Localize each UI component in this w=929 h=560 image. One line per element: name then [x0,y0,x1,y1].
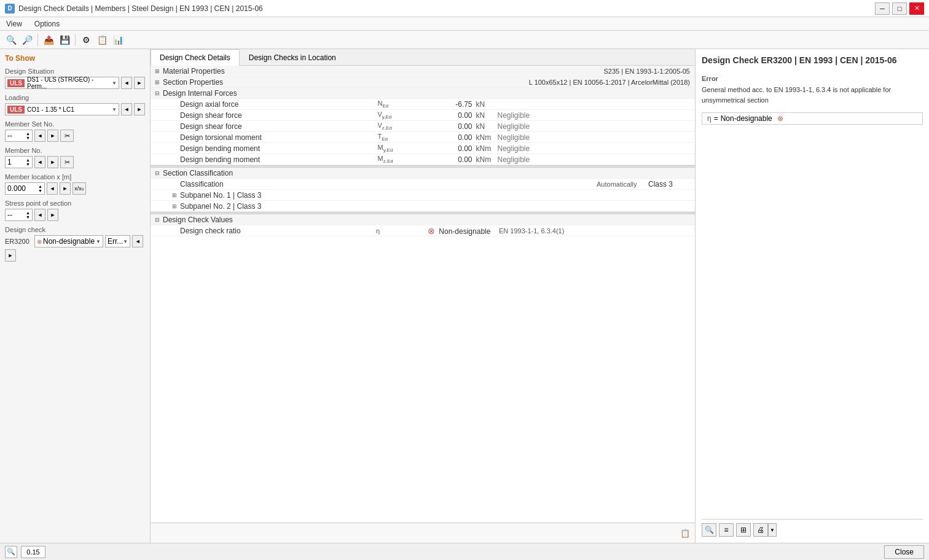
equals-symbol: = [714,114,718,123]
mn-lock-button[interactable]: ✂ [60,156,74,168]
mn-next-button[interactable]: ► [47,156,58,168]
section-expand-icon[interactable]: ⊞ [153,79,162,85]
member-no-up-icon[interactable]: ▲ [26,158,30,162]
member-set-spinbox[interactable]: -- ▲ ▼ [5,130,33,142]
ms-next-button[interactable]: ► [47,130,58,142]
loc-prev-button[interactable]: ◄ [47,182,58,195]
menu-view[interactable]: View [4,18,25,29]
dc-prev-button[interactable]: ◄ [132,235,143,247]
loc-lock-button[interactable]: x/x₀ [73,182,86,195]
menu-options[interactable]: Options [32,18,62,29]
dc-next-button[interactable]: ► [5,249,16,262]
dcv-expand-icon[interactable]: ⊟ [153,217,162,223]
loading-down-icon: ▼ [112,107,117,112]
ds-prev-button[interactable]: ◄ [121,77,132,89]
loc-next-button[interactable]: ► [60,182,71,195]
error-label: Error [702,75,923,82]
design-situation-value: DS1 - ULS (STR/GEO) - Perm... [27,76,112,90]
toolbar-btn-4[interactable]: 💾 [57,33,72,47]
loading-combo[interactable]: ULS CO1 - 1.35 * LC1 ▼ [5,103,119,115]
loc-down-icon[interactable]: ▼ [38,189,42,193]
ms-prev-button[interactable]: ◄ [34,130,45,142]
right-grid-button[interactable]: ⊞ [736,523,751,537]
bending-my-unit: kNm [476,144,498,153]
toolbar-btn-1[interactable]: 🔍 [4,33,18,47]
subpanel2-label: Subpanel No. 2 | Class 3 [179,202,695,211]
center-bottom-toolbar: 📋 [151,523,695,543]
design-situation-label: Design Situation [5,68,145,75]
sp-next-button[interactable]: ► [47,209,58,221]
right-print-dropdown[interactable]: ▼ [768,523,777,537]
right-list-button[interactable]: ≡ [719,523,734,537]
torsion-note: Negligible [498,133,696,142]
design-situation-combo[interactable]: ULS DS1 - ULS (STR/GEO) - Perm... ▼ [5,77,119,89]
bending-mz-label: Design bending moment [179,155,378,164]
shear-vy-value: 0.00 [427,111,476,120]
subpanel1-label: Subpanel No. 1 | Class 3 [179,191,695,200]
sp-down-icon[interactable]: ▼ [26,215,30,219]
material-properties-row: ⊞ Material Properties S235 | EN 1993-1-1… [151,66,695,77]
torsion-unit: kNm [476,133,498,142]
bending-my-value: 0.00 [427,144,476,153]
internal-forces-expand-icon[interactable]: ⊟ [153,90,162,96]
toolbar-btn-3[interactable]: 📤 [41,33,56,47]
toolbar-btn-6[interactable]: 📋 [95,33,109,47]
table-row: ⊞ Subpanel No. 1 | Class 3 [151,190,695,201]
dcr-symbol: η [376,227,425,235]
mn-prev-button[interactable]: ◄ [34,156,45,168]
sc-expand-icon[interactable]: ⊟ [153,170,162,176]
eta-symbol: η [707,114,711,123]
ms-lock-button[interactable]: ✂ [60,130,74,142]
material-expand-icon[interactable]: ⊞ [153,68,162,74]
member-location-spinbox[interactable]: 0.000 ▲ ▼ [5,182,45,195]
table-row: Design shear force Vz,Ed 0.00 kN Negligi… [151,121,695,132]
close-button[interactable]: Close [884,545,924,559]
ds-next-button[interactable]: ► [134,77,145,89]
tab-design-checks-location[interactable]: Design Checks in Location [240,49,345,66]
member-location-value: 0.000 [7,184,26,193]
member-set-up-icon[interactable]: ▲ [26,131,30,136]
tab-design-check-details[interactable]: Design Check Details [151,49,240,66]
status-search-button[interactable]: 🔍 [5,546,17,558]
right-print-button[interactable]: 🖨 [753,523,768,537]
table-row: Design torsional moment TEd 0.00 kNm Neg… [151,132,695,143]
right-search-button[interactable]: 🔍 [702,523,716,537]
result-error-icon: ⊗ [777,114,783,123]
loc-up-icon[interactable]: ▲ [38,184,42,189]
sp-up-icon[interactable]: ▲ [26,211,30,215]
center-copy-button[interactable]: 📋 [678,526,692,540]
title-bar: D Design Check Details | Members | Steel… [0,0,929,17]
window-close-button[interactable]: ✕ [909,2,924,15]
dc-status-label: Non-designable [43,237,95,246]
loading-row: ULS CO1 - 1.35 * LC1 ▼ ◄ ► [5,103,145,115]
member-location-label: Member location x [m] [5,173,145,181]
classification-label: Classification [179,180,597,189]
toolbar-btn-7[interactable]: 📊 [111,33,125,47]
loading-uls-badge: ULS [7,106,25,114]
shear-vz-note: Negligible [498,122,696,131]
maximize-button[interactable]: □ [892,2,907,15]
result-value: Non-designable [721,114,772,123]
right-bottom-toolbar: 🔍 ≡ ⊞ 🖨 ▼ [702,519,923,537]
main-container: To Show Design Situation ULS DS1 - ULS (… [0,49,929,543]
toolbar-btn-2[interactable]: 🔎 [20,33,34,47]
toolbar-btn-5[interactable]: ⚙ [79,33,93,47]
member-set-down-icon[interactable]: ▼ [26,136,30,140]
loading-prev-button[interactable]: ◄ [121,103,132,115]
minimize-button[interactable]: ─ [875,2,890,15]
member-no-spinbox[interactable]: 1 ▲ ▼ [5,156,33,168]
stress-point-spinbox[interactable]: -- ▲ ▼ [5,209,33,221]
shear-vy-symbol: Vy,Ed [378,111,427,120]
subpanel1-expand-icon[interactable]: ⊞ [170,192,179,198]
loading-next-button[interactable]: ► [134,103,145,115]
design-check-status-combo[interactable]: ⊗ Non-designable ▼ [34,235,103,247]
member-no-down-icon[interactable]: ▼ [26,162,30,166]
member-location-row: 0.000 ▲ ▼ ◄ ► x/x₀ [5,182,145,195]
subpanel2-expand-icon[interactable]: ⊞ [170,203,179,209]
sc-label: Section Classification [162,169,695,177]
design-check-type-combo[interactable]: Err... ▼ [105,235,130,247]
sp-prev-button[interactable]: ◄ [34,209,45,221]
classification-symbol: Automatically [597,181,646,188]
classification-value: Class 3 [646,180,695,189]
bending-mz-unit: kNm [476,155,498,164]
